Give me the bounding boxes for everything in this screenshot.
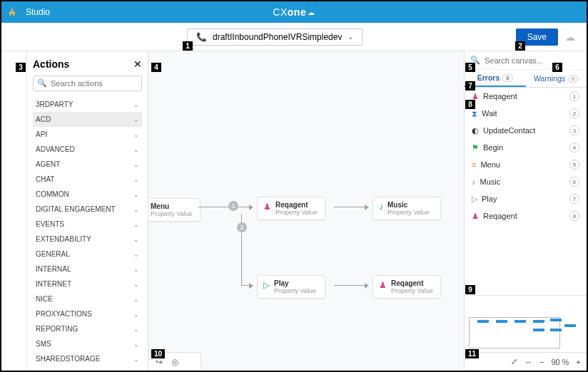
actions-panel: Actions ✕ 🔍 3RDPARTY⌄ACD⌄API⌄ADVANCED⌄AG… [27, 51, 148, 371]
category-item[interactable]: ACD⌄ [33, 112, 142, 127]
category-item[interactable]: INTERNAL⌄ [33, 262, 142, 277]
zoom-controls: ⤢ ↔ − 90 % + [465, 352, 587, 371]
reqagent-icon: ♟ [379, 280, 387, 290]
category-item[interactable]: SHAREDSTORAGE⌄ [33, 351, 142, 366]
reqagent-icon: ♟ [263, 202, 271, 212]
category-item[interactable]: ADVANCED⌄ [33, 142, 142, 157]
edge [334, 207, 368, 207]
callout-5: 5 [465, 63, 475, 72]
tab-warnings[interactable]: Warnings 0 [526, 70, 587, 87]
category-item[interactable]: REPORTING⌄ [33, 321, 142, 336]
music-icon: ♪ [472, 177, 476, 186]
node-list-item[interactable]: ♪Music6 [465, 173, 587, 190]
play-icon: ▷ [263, 280, 270, 290]
left-rail [1, 51, 27, 371]
category-item[interactable]: GENERAL⌄ [33, 247, 142, 262]
zoom-percent: 90 % [551, 358, 569, 366]
callout-9: 9 [465, 285, 475, 294]
callout-11: 11 [465, 349, 479, 358]
wait-icon: ⧗ [472, 109, 477, 118]
edge [334, 285, 368, 286]
category-item[interactable]: CHAT⌄ [33, 172, 142, 187]
category-item[interactable]: DIGITAL ENGAGEMENT⌄ [33, 202, 142, 217]
node-list-item[interactable]: ♟Reqagent8 [465, 207, 587, 224]
node-list-item[interactable]: ≡Menu5 [465, 156, 587, 173]
category-item[interactable]: API⌄ [33, 127, 142, 142]
node-music[interactable]: ♪ Music Property Value [372, 197, 441, 220]
chevron-down-icon: ⌄ [133, 326, 139, 333]
music-icon: ♪ [379, 202, 383, 212]
canvas-search-input[interactable] [485, 56, 583, 65]
chevron-down-icon: ⌄ [133, 296, 139, 303]
node-play[interactable]: ▷ Play Property Value [257, 275, 325, 299]
canvas[interactable]: Menu Property Value ♟ Reqagent Property … [148, 51, 464, 371]
node-list-item[interactable]: ⧗Wait2 [465, 105, 587, 122]
actions-title: Actions [33, 58, 69, 70]
script-tab[interactable]: 📞 draftIInboundPhoneIVRSimpledev ⌄ [187, 29, 363, 46]
phone-icon: 📞 [196, 32, 207, 42]
node-list-item[interactable]: ▷Play7 [465, 190, 587, 207]
app-header: Studio CXone ☁ [1, 1, 587, 23]
chevron-down-icon: ⌄ [133, 206, 139, 213]
node-list-item[interactable]: ⚑Begin4 [465, 139, 587, 156]
node-list-item[interactable]: ◐UpdateContact3 [465, 122, 587, 139]
target-icon[interactable]: ◎ [171, 357, 178, 367]
actions-search-input[interactable] [33, 76, 142, 91]
logo-cloud-icon: ☁ [308, 9, 315, 16]
callout-6: 6 [552, 63, 562, 72]
edge-label-2: 2 [237, 222, 247, 232]
callout-8: 8 [465, 100, 475, 109]
chevron-down-icon: ⌄ [133, 221, 139, 228]
chevron-down-icon: ⌄ [133, 146, 139, 153]
category-item[interactable]: PROXYACTIONS⌄ [33, 306, 142, 321]
chevron-down-icon: ⌄ [133, 191, 139, 198]
callout-1: 1 [183, 41, 193, 51]
fullscreen-icon[interactable]: ⤢ [511, 357, 517, 366]
category-item[interactable]: COMMON⌄ [33, 187, 142, 202]
app-tree-icon [1, 1, 23, 23]
chevron-down-icon: ⌄ [133, 101, 139, 108]
callout-7: 7 [465, 81, 475, 91]
chevron-down-icon: ⌄ [133, 281, 139, 288]
chevron-down-icon: ⌄ [133, 176, 139, 183]
category-item[interactable]: 3RDPARTY⌄ [33, 97, 142, 112]
node-list[interactable]: ♟Reqagent1⧗Wait2◐UpdateContact3⚑Begin4≡M… [465, 88, 587, 295]
begin-icon: ⚑ [472, 143, 479, 153]
chevron-down-icon: ⌄ [133, 116, 139, 123]
zoom-out-button[interactable]: − [539, 358, 544, 366]
category-item[interactable]: INTERNET⌄ [33, 277, 142, 291]
category-list[interactable]: 3RDPARTY⌄ACD⌄API⌄ADVANCED⌄AGENT⌄CHAT⌄COM… [33, 97, 142, 371]
chevron-down-icon: ⌄ [133, 251, 139, 258]
reqagent-icon: ♟ [472, 212, 479, 221]
category-item[interactable]: EXTENDABILITY⌄ [33, 232, 142, 247]
chevron-down-icon: ⌄ [133, 341, 139, 348]
callout-4: 4 [151, 63, 161, 72]
right-panel: 🔍 ↓≡ Errors 0 Warnings 0 ♟Reqagent1⧗Wait… [464, 51, 587, 371]
search-icon: 🔍 [37, 78, 47, 88]
callout-3: 3 [16, 63, 26, 72]
chevron-down-icon: ⌄ [133, 131, 139, 138]
cloud-status-icon: ☁ [565, 31, 575, 43]
chevron-down-icon: ⌄ [133, 266, 139, 273]
close-icon[interactable]: ✕ [133, 58, 142, 70]
chevron-down-icon: ⌄ [133, 311, 139, 318]
node-menu[interactable]: Menu Property Value [148, 198, 201, 222]
chevron-down-icon: ⌄ [348, 33, 353, 41]
toolbar: 📞 draftIInboundPhoneIVRSimpledev ⌄ Save … [1, 23, 587, 51]
category-item[interactable]: EVENTS⌄ [33, 217, 142, 232]
node-reqagent[interactable]: ♟ Reqagent Property Value [257, 197, 325, 220]
edge [241, 285, 253, 286]
fit-width-icon[interactable]: ↔ [524, 358, 532, 366]
node-reqagent-2[interactable]: ♟ Reqagent Property Value [372, 275, 441, 299]
chevron-down-icon: ⌄ [133, 356, 139, 363]
zoom-in-button[interactable]: + [577, 358, 581, 366]
category-item[interactable]: AGENT⌄ [33, 157, 142, 172]
actions-search[interactable]: 🔍 [33, 76, 142, 91]
minimap[interactable] [465, 295, 587, 352]
category-item[interactable]: SMS⌄ [33, 336, 142, 351]
edge [198, 207, 253, 207]
node-list-item[interactable]: ♟Reqagent1 [465, 88, 587, 105]
category-item[interactable]: NICE⌄ [33, 291, 142, 306]
menu-icon: ≡ [472, 160, 476, 169]
chevron-down-icon: ⌄ [133, 161, 139, 168]
